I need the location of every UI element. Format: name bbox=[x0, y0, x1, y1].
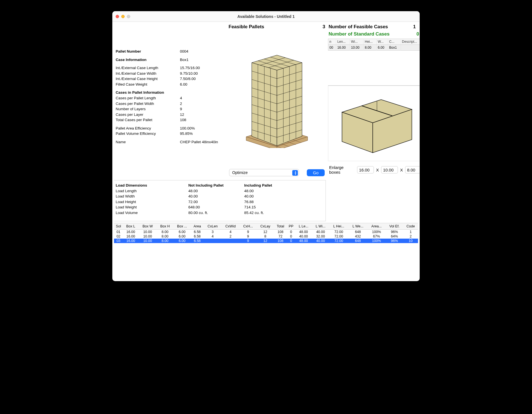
case-info-label: Case Information bbox=[116, 57, 180, 63]
column-header[interactable]: L Le... bbox=[295, 223, 312, 230]
enlarge-height-input[interactable] bbox=[405, 166, 420, 173]
pallet-illustration-icon bbox=[241, 47, 313, 148]
enlarge-width-input[interactable] bbox=[381, 166, 398, 173]
cases-panel: Number of Feasible Cases 1 ⌄ Number of S… bbox=[328, 23, 420, 176]
chevron-updown-icon: ▲▼ bbox=[294, 171, 297, 175]
column-header[interactable]: Descript... bbox=[401, 39, 420, 45]
info-panel: Pallet Number0004 Case InformationBox1 I… bbox=[114, 23, 226, 176]
standard-cases-label: Number of Standard Cases bbox=[329, 31, 390, 37]
window-title: Available Solutions - Untitled 1 bbox=[112, 14, 420, 19]
pallet-panel: Feasible Pallets 3 bbox=[228, 23, 326, 176]
feasible-cases-label: Number of Feasible Cases bbox=[329, 24, 388, 30]
optimize-select[interactable]: Optimize ▲▼ bbox=[229, 169, 299, 176]
table-row[interactable]: 0116.0010.008.006.006.5834912108048.0040… bbox=[114, 230, 418, 234]
column-header[interactable]: Code bbox=[403, 223, 418, 230]
column-header[interactable]: C... bbox=[388, 39, 401, 45]
column-header[interactable]: CxWid bbox=[222, 223, 240, 230]
column-header[interactable]: Box H bbox=[157, 223, 174, 230]
enlarge-length-input[interactable] bbox=[357, 166, 374, 173]
enlarge-boxes-row: Enlarge boxes X X bbox=[329, 165, 420, 175]
column-header[interactable]: Sol bbox=[114, 223, 123, 230]
case-info-value: Box1 bbox=[180, 57, 224, 63]
box-3d-view bbox=[328, 86, 420, 161]
column-header[interactable]: CxLen bbox=[204, 223, 222, 230]
column-header[interactable]: L Hei... bbox=[329, 223, 348, 230]
table-row[interactable]: 0316.0010.008.006.006.58912108048.0040.0… bbox=[114, 239, 418, 243]
cases-table[interactable]: nLen...Wi...Hei...W...C...Descript... 00… bbox=[328, 39, 420, 51]
solutions-panel: SolBox LBox WBox HBox ...AreaCxLenCxWidC… bbox=[112, 223, 420, 281]
table-row[interactable]: 0216.0010.008.006.006.58429872040.0032.0… bbox=[114, 234, 418, 239]
solutions-table[interactable]: SolBox LBox WBox HBox ...AreaCxLenCxWidC… bbox=[114, 223, 418, 243]
load-dimensions-panel: Load Dimensions Not Including Pallet Inc… bbox=[114, 180, 326, 221]
feasible-cases-count: 1 bbox=[413, 24, 416, 30]
column-header[interactable]: W... bbox=[377, 39, 388, 45]
column-header[interactable]: Len... bbox=[336, 39, 350, 45]
go-button[interactable]: Go bbox=[307, 169, 325, 176]
column-header[interactable]: Box W bbox=[139, 223, 157, 230]
column-header[interactable]: CxH... bbox=[239, 223, 256, 230]
column-header[interactable]: n bbox=[328, 39, 336, 45]
pallet-number-value: 0004 bbox=[180, 49, 224, 54]
column-header[interactable]: PP bbox=[287, 223, 295, 230]
column-header[interactable]: Box L bbox=[123, 223, 139, 230]
pallet-3d-view bbox=[228, 31, 326, 164]
titlebar: Available Solutions - Untitled 1 bbox=[112, 11, 420, 22]
standard-cases-count: 0 bbox=[417, 31, 419, 37]
column-header[interactable]: CxLay bbox=[256, 223, 274, 230]
column-header[interactable]: Box ... bbox=[173, 223, 191, 230]
app-window: Available Solutions - Untitled 1 Pallet … bbox=[112, 11, 420, 281]
column-header[interactable]: Hei... bbox=[364, 39, 377, 45]
column-header[interactable]: Wi... bbox=[350, 39, 364, 45]
column-header[interactable]: Total bbox=[274, 223, 287, 230]
pallet-number-label: Pallet Number bbox=[116, 49, 180, 54]
enlarge-label: Enlarge boxes bbox=[329, 165, 355, 175]
column-header[interactable]: Area bbox=[191, 223, 204, 230]
feasible-pallets-label: Feasible Pallets bbox=[229, 24, 264, 30]
column-header[interactable]: L We... bbox=[348, 223, 367, 230]
column-header[interactable]: L Wi... bbox=[312, 223, 329, 230]
column-header[interactable]: Area... bbox=[367, 223, 386, 230]
box-illustration-icon bbox=[334, 93, 417, 154]
table-row[interactable]: 0016.0010.008.006.00Box1 bbox=[328, 45, 420, 51]
feasible-pallets-count: 3 bbox=[323, 24, 325, 30]
column-header[interactable]: Vol Ef. bbox=[386, 223, 403, 230]
